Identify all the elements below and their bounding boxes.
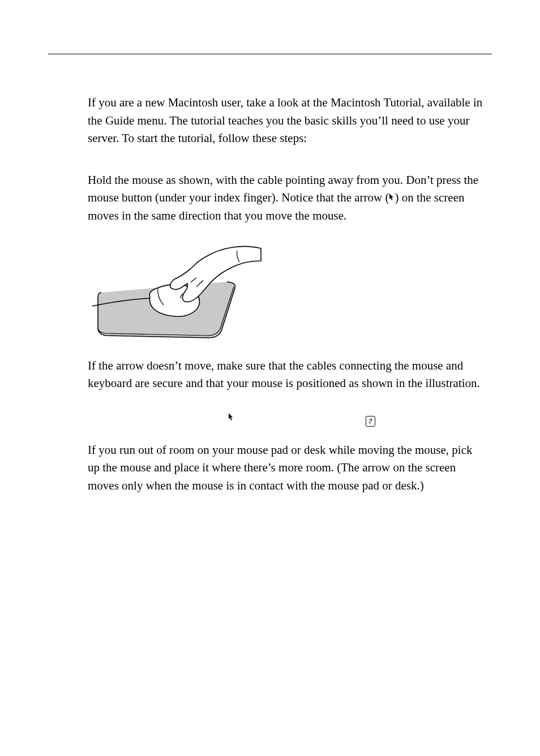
step-1-paragraph: Hold the mouse as shown, with the cable … [88, 171, 486, 225]
note-room-paragraph: If you run out of room on your mouse pad… [88, 441, 486, 495]
intro-paragraph: If you are a new Macintosh user, take a … [88, 94, 486, 148]
header-rule [48, 54, 492, 54]
pointer-arrow-icon [228, 412, 234, 425]
pointer-arrow-icon [389, 192, 395, 205]
body-content: If you are a new Macintosh user, take a … [88, 94, 486, 495]
note-arrow-paragraph: If the arrow doesn’t move, make sure tha… [88, 357, 486, 393]
mouse-hand-illustration [91, 243, 486, 345]
guide-menu-help-icon: ? [366, 411, 375, 429]
inline-icon-row: ? [88, 411, 486, 426]
document-page: If you are a new Macintosh user, take a … [0, 0, 540, 756]
